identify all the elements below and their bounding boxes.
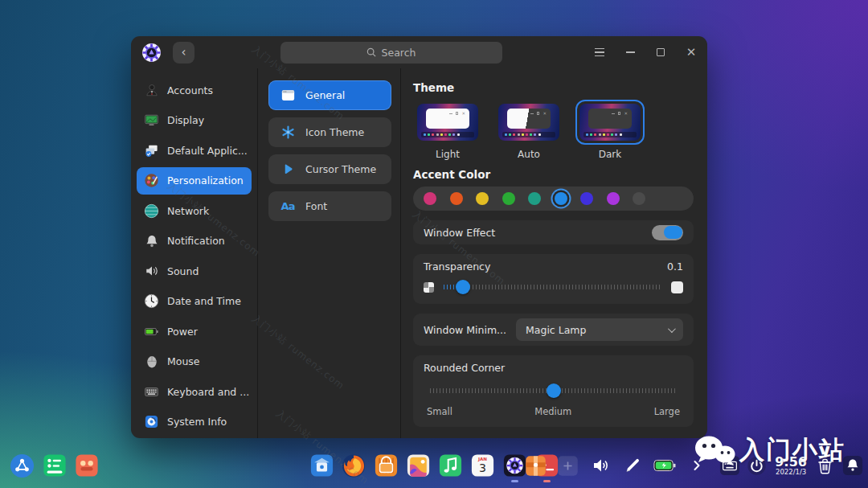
sidebar-item-date-and-time[interactable]: Date and Time	[137, 288, 252, 315]
transparency-slider-handle[interactable]	[456, 280, 470, 294]
theme-option-label: Auto	[518, 149, 540, 160]
minimize-button[interactable]	[624, 47, 636, 58]
accent-color-swatch[interactable]	[580, 192, 593, 205]
dock-battery-icon[interactable]	[652, 453, 677, 478]
rounded-corner-slider-handle[interactable]	[547, 383, 561, 398]
display-icon	[144, 113, 159, 128]
sidebar-item-display[interactable]: Display	[137, 107, 252, 134]
search-placeholder: Search	[382, 47, 416, 59]
clock[interactable]: 9:56 2022/1/3	[773, 455, 809, 477]
accent-color-swatch[interactable]	[424, 192, 436, 205]
svg-text:3: 3	[479, 461, 486, 474]
transparency-label: Transparency	[424, 260, 490, 273]
sidebar-item-label: Network	[167, 205, 209, 217]
tab-font[interactable]: AaFont	[268, 191, 391, 221]
tray-notifications-icon[interactable]	[841, 455, 863, 477]
minimize-effect-dropdown[interactable]: Magic Lamp	[516, 318, 683, 341]
speaker-icon	[144, 264, 159, 279]
dock-launcher-icon[interactable]	[10, 453, 35, 478]
tab-list: GeneralIcon ThemeCursor ThemeAaFont	[257, 68, 400, 438]
dock-firefox-icon[interactable]	[342, 453, 366, 478]
tray-trash-icon[interactable]	[814, 455, 836, 477]
dock-photos-icon[interactable]	[406, 453, 431, 478]
sidebar-item-label: Keyboard and ...	[167, 386, 249, 398]
sidebar-item-system-info[interactable]: System Info	[137, 408, 252, 436]
sidebar: AccountsDisplayDefault Applic...Personal…	[131, 68, 257, 438]
sidebar-item-label: Mouse	[167, 355, 200, 367]
theme-option-label: Dark	[599, 149, 621, 160]
theme-preview-auto: ✕	[498, 104, 559, 141]
accent-color-swatch[interactable]	[528, 192, 541, 205]
accent-color-row	[413, 187, 694, 211]
tray-keyboard-icon[interactable]	[719, 455, 740, 477]
bell-icon	[144, 233, 159, 248]
sidebar-item-label: Date and Time	[167, 295, 241, 307]
accent-color-swatch[interactable]	[450, 192, 463, 205]
font-icon: Aa	[280, 199, 295, 214]
search-input[interactable]: Search	[280, 42, 502, 64]
chevron-down-icon	[668, 325, 676, 333]
desktop: 入门小站 rumenz.com 入门小站 rumenz.com 入门小站 rum…	[0, 0, 868, 488]
window-effect-toggle[interactable]	[652, 225, 683, 240]
dock-tasks-icon[interactable]	[42, 453, 67, 478]
dock-app-store-icon[interactable]	[374, 453, 399, 478]
sidebar-item-default-applic[interactable]: Default Applic...	[137, 137, 252, 164]
accent-color-swatch[interactable]	[607, 192, 620, 205]
sidebar-item-accounts[interactable]: Accounts	[137, 76, 252, 104]
close-button[interactable]: ✕	[686, 47, 697, 58]
tab-general[interactable]: General	[268, 80, 391, 110]
sidebar-item-label: Display	[167, 114, 204, 126]
dock-screenshot-icon[interactable]	[555, 453, 580, 478]
dock-package-icon[interactable]	[523, 453, 548, 478]
accent-color-swatch[interactable]	[476, 192, 489, 205]
app-logo-icon	[141, 43, 162, 63]
theme-preview-dark: ✕	[579, 104, 641, 141]
person-icon	[144, 83, 159, 98]
dock-music-icon[interactable]	[438, 453, 463, 478]
accent-color-swatch[interactable]	[502, 192, 515, 205]
window-effect-row: Window Effect	[413, 220, 694, 244]
cursor-icon	[280, 162, 295, 177]
sidebar-item-label: Accounts	[167, 84, 213, 96]
dock-game-icon[interactable]	[74, 453, 99, 478]
dock-files-icon[interactable]	[309, 453, 334, 478]
system-info-icon	[144, 414, 159, 429]
clock-icon	[144, 293, 159, 309]
sidebar-item-mouse[interactable]: Mouse	[137, 348, 252, 375]
accent-color-swatch[interactable]	[555, 192, 567, 205]
globe-icon	[144, 203, 159, 219]
keyboard-icon	[144, 384, 159, 400]
dock-calendar-icon[interactable]: JAN3	[470, 453, 495, 478]
tab-label: General	[305, 89, 345, 101]
rounded-corner-slider[interactable]	[430, 383, 677, 398]
clock-date: 2022/1/3	[775, 469, 807, 476]
sidebar-item-label: System Info	[167, 416, 227, 428]
sidebar-item-personalization[interactable]: Personalization	[137, 167, 252, 195]
tab-icon-theme[interactable]: Icon Theme	[268, 117, 391, 147]
menu-button[interactable]	[594, 47, 605, 58]
minimize-effect-value: Magic Lamp	[526, 324, 586, 336]
settings-window: ‹ Search ✕ AccountsDisplayDefault Applic…	[131, 36, 707, 438]
sidebar-item-power[interactable]: Power	[137, 318, 252, 345]
rounded-corner-section: Rounded Corner Small Medium Large	[413, 355, 694, 427]
tray-power-icon[interactable]	[746, 455, 768, 477]
theme-option-auto[interactable]: ✕Auto	[494, 100, 563, 160]
theme-option-dark[interactable]: ✕Dark	[575, 100, 645, 160]
opaque-icon	[671, 281, 683, 293]
tab-cursor-theme[interactable]: Cursor Theme	[268, 154, 391, 184]
sidebar-item-keyboard-and[interactable]: Keyboard and ...	[137, 378, 252, 405]
sidebar-item-sound[interactable]: Sound	[137, 257, 252, 285]
mark-large: Large	[654, 406, 680, 417]
back-button[interactable]: ‹	[173, 42, 194, 64]
transparency-slider[interactable]	[444, 280, 661, 294]
dock-expand-icon[interactable]	[684, 453, 709, 478]
maximize-button[interactable]	[655, 47, 666, 58]
sidebar-item-notification[interactable]: Notification	[137, 228, 252, 255]
accent-color-swatch[interactable]	[633, 192, 645, 205]
theme-option-light[interactable]: ✕Light	[413, 100, 482, 160]
dock-annotate-icon[interactable]	[620, 453, 645, 478]
theme-heading: Theme	[413, 81, 694, 94]
dock-volume-icon[interactable]	[588, 453, 612, 478]
transparency-section: Transparency 0.1	[413, 254, 694, 304]
sidebar-item-network[interactable]: Network	[137, 197, 252, 224]
